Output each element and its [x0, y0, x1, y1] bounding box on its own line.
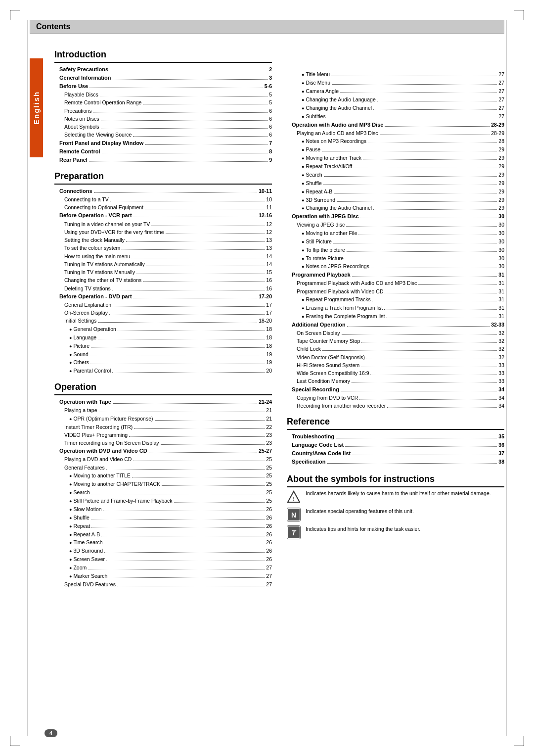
toc-dots	[337, 201, 497, 202]
toc-page: 18	[266, 333, 272, 341]
toc-dots	[366, 359, 497, 359]
toc-label: Disc Menu	[306, 79, 330, 87]
toc-label: Repeat Track/All/Off	[306, 162, 352, 170]
toc-dots	[94, 192, 258, 193]
toc-bullet: ●	[69, 327, 72, 333]
toc-entry: Safety Precautions2	[54, 65, 272, 74]
toc-page: 34	[498, 394, 504, 402]
toc-dots	[370, 375, 497, 375]
toc-label: Shuffle	[73, 514, 89, 521]
toc-dots	[358, 235, 497, 235]
symbol-row: ! Indicates hazards likely to cause harm…	[287, 490, 504, 504]
toc-dots	[102, 153, 268, 153]
svg-text:!: !	[293, 496, 295, 502]
toc-label: To rotate Picture	[306, 254, 343, 262]
toc-page: 30	[498, 262, 504, 270]
toc-entry: ●Disc Menu27	[287, 79, 504, 87]
toc-entry: ●Repeat A-B26	[54, 530, 272, 539]
operation-entries: Operation with Tape21-24Playing a tape21…	[54, 398, 272, 588]
toc-label: OPR (Optimum Picture Response)	[73, 415, 153, 423]
toc-page: 23	[266, 431, 272, 439]
toc-entry: Wide Screen Compatibility 16:933	[287, 369, 504, 377]
toc-label: Copying from DVD to VCR	[297, 394, 358, 402]
toc-dots	[88, 569, 265, 569]
toc-dots	[334, 193, 497, 193]
toc-entry: Tape Counter Memory Stop32	[287, 337, 504, 345]
toc-dots	[327, 463, 497, 464]
toc-entry: Selecting the Viewing Source6	[54, 131, 272, 139]
toc-bullet: ●	[69, 343, 72, 350]
toc-entry: Programmed Playback with Audio CD and MP…	[287, 279, 504, 287]
toc-dots	[371, 268, 497, 268]
toc-page: 17	[266, 301, 272, 309]
toc-label: Still Picture and Frame-by-Frame Playbac…	[73, 497, 172, 505]
toc-label: Notes on MP3 Recordings	[306, 137, 366, 145]
toc-label: Operation with DVD and Video CD	[59, 447, 147, 455]
toc-page: 27	[266, 572, 272, 580]
toc-dots	[373, 109, 497, 110]
toc-entry: Instant Timer Recording (ITR)22	[54, 423, 272, 431]
toc-dots	[345, 446, 497, 447]
toc-label: Connecting to a TV	[64, 195, 109, 203]
toc-dots	[322, 151, 497, 151]
toc-entry: To set the colour system13	[54, 244, 272, 252]
toc-entry: How to using the main menu14	[54, 252, 272, 260]
reference-section: ReferenceTroubleshooting35Language Code …	[287, 417, 504, 466]
toc-dots	[377, 101, 497, 101]
toc-page: 29	[498, 162, 504, 170]
toc-bullet: ●	[69, 540, 72, 547]
introduction-entries: Safety Precautions2General Information3B…	[54, 65, 272, 164]
toc-bullet: ●	[302, 172, 304, 179]
toc-label: Changing the other of TV stations	[64, 276, 141, 284]
toc-entry: Copying from DVD to VCR34	[287, 394, 504, 402]
toc-dots	[361, 342, 497, 343]
toc-dots	[331, 76, 497, 76]
toc-dots	[129, 436, 265, 437]
toc-entry: Last Condition Memory33	[287, 377, 504, 385]
contents-title: Contents	[36, 22, 70, 31]
toc-label: Parental Control	[73, 367, 111, 375]
toc-entry: Using your DVD+VCR for the very first ti…	[54, 228, 272, 236]
toc-page: 5	[269, 98, 272, 106]
toc-bullet: ●	[302, 305, 304, 312]
toc-entry: Specification38	[287, 458, 504, 466]
toc-page: 16	[266, 276, 272, 284]
toc-dots	[126, 241, 265, 242]
toc-entry: Playing a tape21	[54, 406, 272, 414]
toc-page: 29	[498, 188, 504, 195]
toc-bullet: ●	[69, 360, 72, 367]
toc-entry: Precautions6	[54, 107, 272, 115]
toc-entry: General Features25	[54, 464, 272, 472]
toc-label: Language Code List	[292, 441, 344, 449]
toc-bullet: ●	[302, 105, 304, 112]
toc-dots	[333, 243, 497, 243]
toc-label: Country/Area Code list	[292, 449, 351, 458]
toc-bullet: ●	[69, 548, 72, 555]
toc-label: On Screen Display	[297, 329, 340, 337]
toc-bullet: ●	[302, 197, 304, 204]
toc-label: Playing an Audio CD and MP3 Disc	[297, 129, 378, 137]
toc-dots	[113, 79, 268, 80]
toc-page: 31	[498, 279, 504, 287]
toc-page: 25	[266, 464, 272, 472]
section-title-row-special: Special Recording34	[287, 385, 504, 394]
toc-page: 32	[498, 353, 504, 361]
toc-bullet: ●	[302, 139, 304, 145]
section-title-label: Programmed Playback	[292, 271, 351, 279]
toc-page: 12	[266, 228, 272, 236]
toc-label: Timer recording using On Screen Display	[64, 439, 159, 447]
symbol-row: N Indicates special operating features o…	[287, 508, 504, 521]
toc-dots	[155, 420, 265, 421]
toc-label: Moving to another CHAPTER/TRACK	[73, 480, 160, 488]
toc-bullet: ●	[69, 473, 72, 480]
toc-label: Search	[73, 488, 89, 496]
toc-dots	[133, 461, 265, 461]
corner-mark-tr	[514, 10, 524, 20]
svg-text:T: T	[292, 529, 297, 537]
toc-label: About Symbols	[64, 123, 99, 131]
toc-page: 15	[266, 268, 272, 276]
toc-entry: ●Moving to another TITLE25	[54, 472, 272, 480]
toc-label: Language	[73, 333, 96, 341]
toc-dots	[373, 209, 497, 210]
toc-label: To set the colour system	[64, 244, 120, 252]
